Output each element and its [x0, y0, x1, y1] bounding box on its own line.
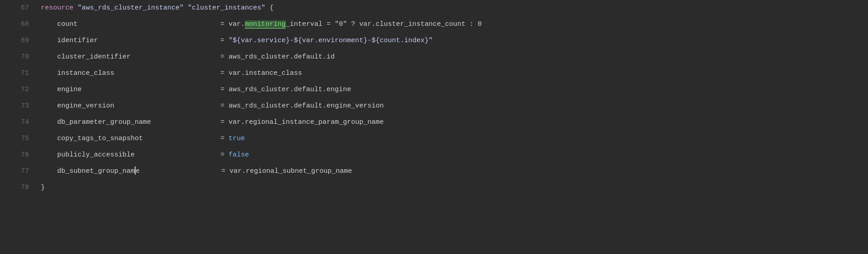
line-number-76: 76 — [5, 147, 29, 163]
code-line-70: cluster_identifier = aws_rds_cluster.def… — [41, 49, 868, 65]
code-line-68: count = var.monitoring_interval = "0" ? … — [41, 16, 868, 33]
line-number-71: 71 — [5, 65, 29, 82]
code-line-73: engine_version = aws_rds_cluster.default… — [41, 98, 868, 114]
code-line-77: db_subnet_group_name = var.regional_subn… — [41, 163, 868, 180]
line-number-72: 72 — [5, 82, 29, 98]
line-number-70: 70 — [5, 49, 29, 65]
line-number-75: 75 — [5, 131, 29, 147]
line-number-77: 77 — [5, 163, 29, 180]
code-line-78: } — [41, 180, 868, 196]
code-line-75: copy_tags_to_snapshot = true — [41, 131, 868, 147]
line-numbers: 67 68 69 70 71 72 73 74 75 76 77 78 — [0, 0, 36, 254]
code-line-71: instance_class = var.instance_class — [41, 65, 868, 82]
line-number-69: 69 — [5, 33, 29, 49]
code-line-74: db_parameter_group_name = var.regional_i… — [41, 114, 868, 131]
line-number-68: 68 — [5, 16, 29, 33]
line-number-78: 78 — [5, 180, 29, 196]
code-line-67: resource "aws_rds_cluster_instance" "clu… — [41, 0, 868, 16]
code-line-76: publicly_accessible = false — [41, 147, 868, 163]
code-editor: 67 68 69 70 71 72 73 74 75 76 77 78 reso… — [0, 0, 868, 254]
code-line-69: identifier = "${var.service}-${var.envir… — [41, 33, 868, 49]
line-number-73: 73 — [5, 98, 29, 114]
code-line-72: engine = aws_rds_cluster.default.engine — [41, 82, 868, 98]
code-content[interactable]: resource "aws_rds_cluster_instance" "clu… — [36, 0, 868, 254]
line-number-74: 74 — [5, 114, 29, 131]
line-number-67: 67 — [5, 0, 29, 16]
